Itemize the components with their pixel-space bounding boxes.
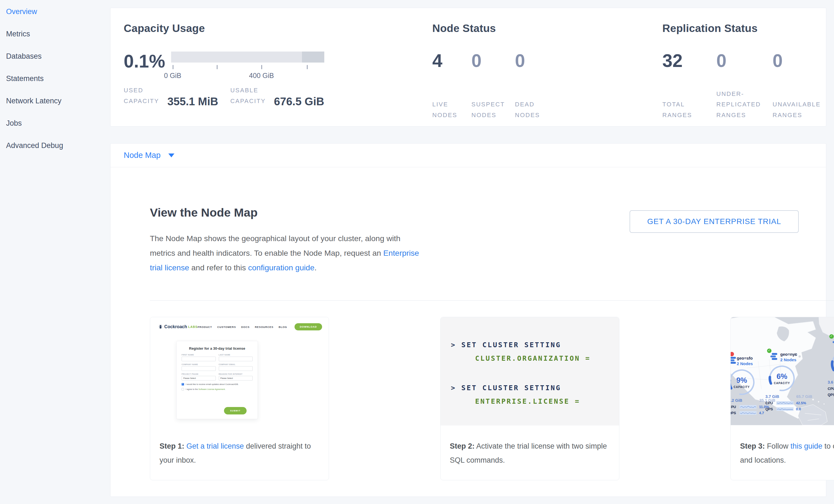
capacity-gauge: 6% CAPACITY — [768, 364, 796, 393]
used-capacity-value: 355.1 MiB — [167, 95, 218, 108]
axis-label-0gib: 0 GiB — [164, 72, 181, 80]
sidebar-item-advanced-debug[interactable]: Advanced Debug — [0, 134, 110, 157]
node-status-section: Node Status 4 LIVE NODES 0 SUSPECT NODES… — [432, 22, 662, 126]
divider — [150, 300, 834, 301]
capacity-caption: CAPACITY — [731, 386, 756, 389]
database-icon — [833, 339, 834, 346]
cpu-label: CPU — [828, 387, 834, 391]
cpu-sparkline — [776, 401, 793, 405]
live-nodes-label: LIVE NODES — [432, 99, 471, 120]
unavailable-ranges-value: 0 — [772, 51, 822, 70]
dead-nodes-stat: 0 DEAD NODES — [515, 51, 556, 120]
status-check-green-icon — [767, 349, 771, 353]
mini-checkbox-text-pre: I agree to the — [186, 388, 198, 391]
usable-capacity-value: 676.5 GiB — [274, 95, 324, 108]
status-check-green-icon — [829, 334, 834, 339]
qps-row: QPS 0.0 — [765, 407, 812, 411]
mini-checkbox-row: I agree to the Software License Agreemen… — [181, 388, 253, 391]
mini-field-label: COMPANY NAME — [181, 364, 216, 366]
cpu-row: CPU 12.3% — [828, 387, 834, 391]
axis-tick — [307, 65, 307, 69]
usable-capacity-label: USABLE CAPACITY — [231, 85, 266, 106]
mini-field-label: LAST NAME — [219, 354, 253, 356]
mini-license-link: Software License Agreement. — [198, 388, 225, 391]
capacity-bar: 0 GiB 400 GiB — [171, 51, 324, 84]
total-ranges-label: TOTAL RANGES — [662, 99, 716, 120]
node-map-selector[interactable]: Node Map — [110, 144, 826, 167]
mini-field-label: COMPANY EMAIL — [219, 364, 253, 366]
sidebar-item-network-latency[interactable]: Network Latency — [0, 90, 110, 112]
axis-tick — [173, 65, 173, 69]
axis-label-400gib: 400 GiB — [249, 72, 274, 80]
sql-line: ENTERPRISE.LICENSE = — [475, 397, 619, 406]
cpu-value: 42.5% — [796, 401, 806, 405]
configuration-guide-link[interactable]: configuration guide — [248, 263, 314, 272]
enterprise-trial-button[interactable]: GET A 30-DAY ENTERPRISE TRIAL — [630, 210, 799, 233]
locality-name: geo=nyc — [780, 352, 797, 356]
qps-value: 4.7 — [759, 411, 764, 415]
step1-card: Cockroach LABS PRODUCT CUSTOMERS DOCS RE… — [150, 317, 329, 480]
spacer-text — [184, 442, 186, 450]
capacity-bar-track — [171, 51, 324, 63]
capacity-usage-title: Capacity Usage — [124, 22, 432, 35]
get-trial-license-link[interactable]: Get a trial license — [186, 442, 244, 450]
total-ranges-stat: 32 TOTAL RANGES — [662, 51, 716, 120]
capacity-caption: CAPACITY — [830, 367, 834, 370]
under-replicated-ranges-stat: 0 UNDER- REPLICATED RANGES — [716, 51, 772, 120]
used-gib: 3.6 GiB — [828, 380, 834, 385]
description-text: . — [314, 263, 316, 272]
step3-text: Follow — [765, 442, 790, 450]
capacity-bar-axis: 0 GiB 400 GiB — [171, 63, 324, 84]
capacity-caption: CAPACITY — [768, 382, 796, 385]
sidebar-item-jobs[interactable]: Jobs — [0, 112, 110, 134]
sidebar-item-overview[interactable]: Overview — [0, 1, 110, 23]
step1-label: Step 1: — [159, 442, 184, 450]
usable-capacity-stat: USABLE CAPACITY 676.5 GiB — [231, 85, 324, 106]
sidebar: Overview Metrics Databases Statements Ne… — [0, 0, 110, 504]
capacity-percent: 10% — [830, 358, 834, 367]
mini-submit-button: SUBMIT — [224, 407, 247, 414]
chevron-down-icon — [168, 153, 174, 157]
qps-sparkline — [776, 407, 793, 411]
sql-line: > SET CLUSTER SETTING — [451, 384, 619, 392]
mini-site-logo: Cockroach — [164, 324, 187, 329]
mini-site-nav: PRODUCT CUSTOMERS DOCS RESOURCES BLOG DO… — [198, 323, 322, 330]
mini-select: Please Select — [181, 376, 216, 380]
mini-site-logo-suffix: LABS — [188, 325, 198, 328]
mini-field: REASON FOR INTEREST Please Select — [219, 373, 253, 380]
step3-map-thumbnail: geo=sfo 2 Nodes 9% CAPACITY 3.2 GiB — [731, 317, 834, 425]
mini-select: Please Select — [219, 376, 253, 380]
sidebar-item-statements[interactable]: Statements — [0, 67, 110, 90]
mini-field-label: REASON FOR INTEREST — [219, 373, 253, 375]
mini-register-form: Register for a 30-day trial license FIRS… — [176, 341, 258, 419]
node-map-description: The Node Map shows the geographical layo… — [150, 231, 420, 275]
cpu-label: CPU — [765, 401, 776, 405]
used-gib: 3.7 GiB — [765, 394, 779, 399]
cpu-label: CPU — [731, 405, 740, 409]
sql-line: CLUSTER.ORGANIZATION = — [475, 354, 619, 363]
capacity-usage-section: Capacity Usage 0.1% 0 GiB 400 GiB USED C… — [124, 22, 432, 126]
under-replicated-ranges-label: UNDER- REPLICATED RANGES — [716, 89, 772, 121]
used-gib: 3.2 GiB — [731, 398, 742, 402]
sidebar-item-databases[interactable]: Databases — [0, 45, 110, 67]
this-guide-link[interactable]: this guide — [790, 442, 822, 450]
mini-checkbox-text: I agree to the Software License Agreemen… — [186, 388, 225, 391]
qps-label: QPS — [828, 393, 834, 397]
capacity-values-row: 3.6 GiB 34.4 GiB — [828, 380, 834, 385]
mini-field: COMPANY NAME — [181, 364, 216, 371]
qps-label: QPS — [765, 407, 776, 411]
replication-status-section: Replication Status 32 TOTAL RANGES 0 UND… — [662, 22, 826, 126]
qps-row: QPS 0.0 — [828, 393, 834, 397]
mini-nav-item: DOCS — [241, 325, 249, 328]
mini-nav-item: RESOURCES — [255, 325, 273, 328]
mini-field-input — [219, 366, 253, 371]
node-status-title: Node Status — [432, 22, 662, 35]
sidebar-item-metrics[interactable]: Metrics — [0, 23, 110, 45]
step2-card: > SET CLUSTER SETTING CLUSTER.ORGANIZATI… — [440, 317, 619, 480]
locality-node-count: 2 Nodes — [780, 357, 796, 362]
checkbox-empty-icon — [181, 388, 184, 391]
locality-name: geo=sfo — [737, 356, 753, 360]
capacity-gauge: 10% CAPACITY — [830, 350, 834, 378]
mini-field: COMPANY EMAIL — [219, 364, 253, 371]
database-icon — [770, 353, 777, 360]
